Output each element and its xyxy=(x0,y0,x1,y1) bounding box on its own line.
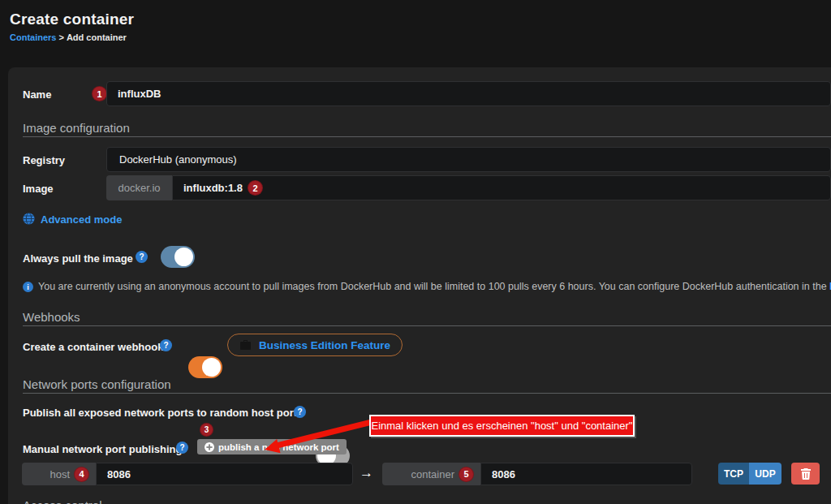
image-label: Image xyxy=(23,183,54,195)
annotation-badge-1: 1 xyxy=(93,87,106,101)
plus-circle-icon xyxy=(205,442,214,452)
publish-port-button[interactable]: publish a new network port xyxy=(197,439,347,454)
name-input[interactable] xyxy=(106,81,831,106)
manual-port-label: Manual network port publishing xyxy=(23,443,182,455)
divider xyxy=(23,136,831,137)
breadcrumb-current: Add container xyxy=(67,32,127,42)
business-edition-feature-pill[interactable]: Business Edition Feature xyxy=(227,334,403,356)
udp-button[interactable]: UDP xyxy=(749,463,781,485)
mapping-arrow-icon: → xyxy=(360,465,373,481)
help-icon[interactable]: ? xyxy=(160,339,172,351)
create-webhook-label: Create a container webhook xyxy=(23,341,163,353)
host-port-input[interactable] xyxy=(96,463,353,485)
tcp-button[interactable]: TCP xyxy=(718,463,749,485)
breadcrumb-separator: > xyxy=(58,32,63,42)
section-image-configuration: Image configuration xyxy=(23,121,130,135)
registry-label: Registry xyxy=(23,154,65,166)
section-access-control: Access control xyxy=(23,498,102,504)
briefcase-icon xyxy=(239,340,252,351)
remove-port-button[interactable] xyxy=(791,463,820,485)
container-addon-label: container xyxy=(411,468,454,480)
help-icon[interactable]: ? xyxy=(136,251,148,263)
section-network-ports: Network ports configuration xyxy=(23,377,171,391)
help-icon[interactable]: ? xyxy=(176,442,188,454)
annotation-badge-3: 3 xyxy=(200,424,213,436)
info-message-text: You are currently using an anonymous acc… xyxy=(38,281,829,292)
always-pull-toggle[interactable] xyxy=(161,246,195,268)
toggle-knob xyxy=(174,248,193,266)
divider xyxy=(23,393,831,394)
annotation-badge-2: 2 xyxy=(248,181,262,195)
anonymous-pull-info: You are currently using an anonymous acc… xyxy=(38,281,831,292)
always-pull-label: Always pull the image xyxy=(23,252,133,265)
page-title: Create container xyxy=(10,11,134,28)
section-webhooks: Webhooks xyxy=(23,310,80,324)
image-registry-addon: docker.io xyxy=(106,175,172,200)
breadcrumb-containers-link[interactable]: Containers xyxy=(10,32,56,42)
name-label: Name xyxy=(23,88,51,101)
image-input[interactable] xyxy=(172,175,831,200)
registry-select[interactable]: DockerHub (anonymous) xyxy=(106,147,831,172)
publish-port-button-label: publish a new network port xyxy=(218,442,339,452)
host-port-addon: host 4 xyxy=(22,463,96,485)
advanced-mode-link[interactable]: Advanced mode xyxy=(41,213,122,226)
annotation-badge-4: 4 xyxy=(75,467,88,481)
annotation-text: Einmal klicken und es erscheinen "host" … xyxy=(372,420,633,432)
business-edition-feature-label: Business Edition Feature xyxy=(259,339,390,351)
container-port-input[interactable] xyxy=(480,463,692,485)
create-webhook-toggle[interactable] xyxy=(188,356,222,378)
publish-all-label: Publish all exposed network ports to ran… xyxy=(23,407,303,419)
annotation-badge-5: 5 xyxy=(459,467,473,481)
host-addon-label: host xyxy=(50,468,70,480)
globe-icon xyxy=(23,213,35,225)
help-icon[interactable]: ? xyxy=(294,406,306,418)
divider xyxy=(23,325,831,326)
container-port-addon: container 5 xyxy=(382,463,480,485)
toggle-knob xyxy=(202,358,221,377)
info-icon: i xyxy=(23,282,33,292)
trash-icon xyxy=(801,468,811,480)
annotation-callout: Einmal klicken und es erscheinen "host" … xyxy=(369,415,635,437)
breadcrumb: Containers>Add container xyxy=(10,32,127,42)
